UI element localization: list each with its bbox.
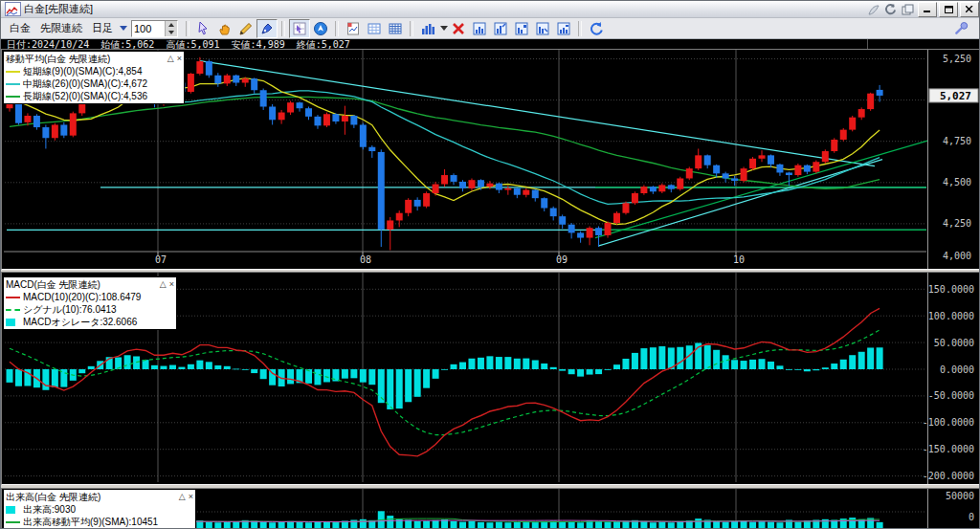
legend-row: 中期線(26)(0)(SMA)(C):4,672 — [6, 77, 182, 90]
legend-swatch-icon — [6, 521, 20, 523]
x-axis-month-label: 09 — [556, 254, 568, 265]
pen-icon[interactable] — [256, 19, 278, 38]
bars-count-stepper[interactable] — [131, 20, 178, 37]
histogram-caret-icon[interactable] — [440, 26, 448, 31]
legend-close-button[interactable]: × — [177, 53, 182, 65]
current-price-label: 5,027 — [940, 90, 971, 102]
legend-swatch-icon — [6, 506, 15, 514]
legend-swatch-icon — [6, 319, 15, 326]
legend-minimize-button[interactable]: △ — [179, 491, 186, 503]
histogram-icon[interactable] — [417, 19, 438, 38]
global-refresh-icon[interactable] — [882, 3, 899, 16]
legend-swatch-icon — [6, 309, 20, 311]
legend-row: 短期線(9)(0)(SMA)(C):4,854 — [6, 65, 182, 77]
panel-layout-1-icon[interactable] — [469, 19, 490, 38]
legend-row: MACDオシレータ:32.6066 — [6, 316, 174, 328]
hand-icon[interactable] — [214, 19, 235, 38]
cursor-icon[interactable] — [193, 19, 214, 38]
legend-swatch-icon — [6, 71, 20, 73]
copy-icon[interactable] — [900, 3, 916, 16]
legend-row: 出来高:9030 — [6, 503, 193, 516]
minimize-button[interactable] — [918, 2, 937, 17]
titlebar[interactable]: 白金[先限連続] — [1, 1, 980, 18]
y-axis-label: -200.0000 — [923, 471, 974, 481]
legend-minimize-button[interactable]: △ — [167, 53, 174, 65]
x-axis-month-label: 08 — [360, 254, 371, 265]
series-label[interactable]: 先限連続 — [40, 21, 82, 35]
y-axis-label: 100.0000 — [928, 311, 974, 321]
y-axis-label: 5,250 — [943, 54, 971, 64]
y-axis-label: -100.0000 — [923, 417, 974, 428]
panel-layout-5-icon[interactable] — [553, 19, 574, 38]
y-axis-label: 150.0000 — [928, 284, 974, 295]
legend-close-button[interactable]: × — [189, 491, 193, 503]
y-axis-label: 4,500 — [943, 177, 971, 187]
legend-swatch-icon — [6, 83, 20, 85]
timeframe-dropdown[interactable]: 日足 — [92, 21, 113, 35]
ma-legend: 移動平均(白金 先限連続)△×短期線(9)(0)(SMA)(C):4,854中期… — [3, 51, 185, 104]
y-axis-label: 50.0000 — [934, 338, 974, 348]
panel-layout-4-icon[interactable] — [532, 19, 553, 38]
legend-row: シグナル(10):76.0413 — [6, 303, 174, 316]
bars-count-input[interactable] — [132, 21, 165, 36]
macd-histogram — [7, 342, 883, 408]
pencil-icon[interactable] — [235, 19, 256, 38]
panel-layout-3-icon[interactable] — [511, 19, 532, 38]
y-axis-label: 4,250 — [943, 218, 971, 229]
grid-dense-icon[interactable] — [385, 19, 406, 38]
legend-title: 出来高(白金 先限連続) — [6, 491, 100, 503]
feather-icon[interactable] — [865, 3, 881, 16]
volume-legend: 出来高(白金 先限連続)△×出来高:9030出来高移動平均(9)(SMA):10… — [3, 489, 196, 529]
spinner-arrows[interactable] — [165, 21, 177, 36]
crosshair-box-icon[interactable] — [289, 19, 310, 38]
maximize-button[interactable] — [939, 2, 958, 17]
window-title: 白金[先限連続] — [24, 2, 93, 16]
toolbar: 白金 先限連続 日足 — [1, 18, 980, 39]
legend-close-button[interactable]: × — [169, 278, 174, 291]
legend-row: 出来高移動平均(9)(SMA):10451 — [6, 516, 193, 528]
legend-row: MACD(10)(20)(C):108.6479 — [6, 291, 174, 303]
y-axis-label: -50.0000 — [928, 390, 974, 401]
x-axis-month-label: 07 — [155, 254, 167, 265]
navigate-icon[interactable] — [310, 19, 331, 38]
y-axis-label: 4,750 — [943, 136, 971, 146]
x-axis-month-label: 10 — [733, 254, 745, 265]
y-axis-label: 0 — [969, 512, 974, 522]
y-axis-label: 0.0000 — [940, 364, 974, 375]
legend-row: 長期線(52)(0)(SMA)(C):4,536 — [6, 90, 182, 102]
wrench-icon[interactable] — [950, 19, 971, 38]
chart-window: 白金[先限連続] 白金 先限連続 日足 — [0, 0, 980, 529]
symbol-label[interactable]: 白金 — [10, 21, 31, 35]
y-axis-label: -150.0000 — [923, 444, 974, 454]
legend-swatch-icon — [6, 96, 20, 98]
legend-swatch-icon — [6, 297, 20, 298]
delete-red-x-icon[interactable] — [448, 19, 469, 38]
y-axis-label: 50000 — [946, 491, 974, 501]
app-chart-icon — [5, 2, 21, 16]
close-button[interactable] — [960, 2, 979, 17]
new-chart-icon[interactable] — [343, 19, 364, 38]
panel-layout-2-icon[interactable] — [490, 19, 511, 38]
timeframe-caret-icon[interactable] — [120, 26, 127, 31]
legend-title: 移動平均(白金 先限連続) — [6, 53, 110, 65]
y-axis-label: 4,000 — [943, 251, 971, 261]
legend-minimize-button[interactable]: △ — [160, 278, 167, 291]
macd-line — [10, 308, 880, 456]
legend-title: MACD(白金 先限連続) — [6, 278, 100, 291]
grid-icon[interactable] — [364, 19, 385, 38]
macd-legend: MACD(白金 先限連続)△×MACD(10)(20)(C):108.6479シ… — [3, 276, 177, 330]
reload-icon[interactable] — [586, 19, 607, 38]
